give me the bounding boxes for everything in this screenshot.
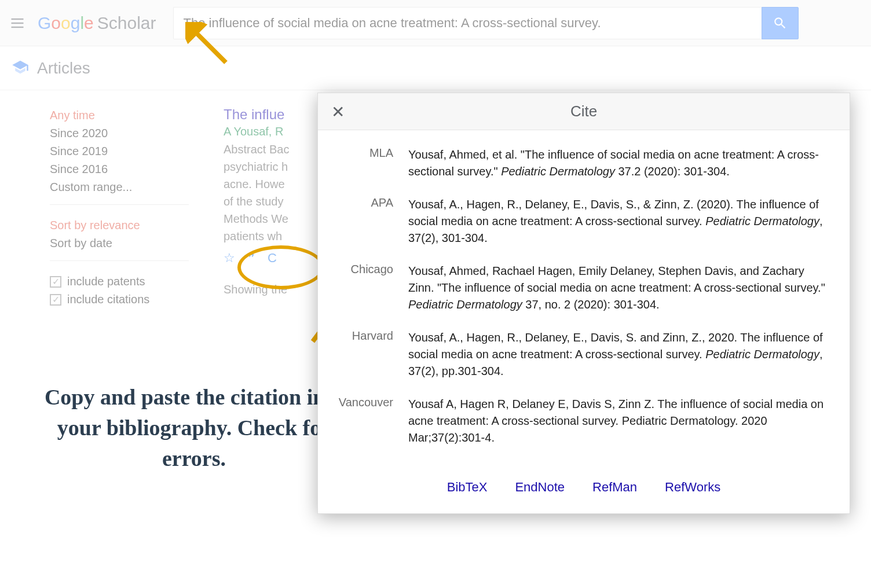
annotation-arrow-icon [185,22,232,68]
sidebar: Any time Since 2020 Since 2019 Since 201… [50,106,189,328]
cite-label-vancouver: Vancouver [335,396,393,446]
cite-row-vancouver: Vancouver Yousaf A, Hagen R, Delaney E, … [335,396,832,446]
close-icon: ✕ [331,102,345,122]
scholar-label: Scholar [97,13,156,33]
cite-label-mla: MLA [335,146,393,180]
checkbox-checked-icon: ✓ [50,294,61,306]
cite-label-apa: APA [335,196,393,247]
close-button[interactable]: ✕ [327,101,348,122]
cite-text-harvard[interactable]: Yousaf, A., Hagen, R., Delaney, E., Davi… [408,329,832,380]
articles-label: Articles [37,59,90,78]
cite-row-apa: APA Yousaf, A., Hagen, R., Delaney, E., … [335,196,832,247]
result-title-link[interactable]: The influe [224,106,284,122]
google-scholar-logo[interactable]: Google Scholar [38,13,156,33]
filter-since-2019[interactable]: Since 2019 [50,142,189,160]
svg-line-3 [191,28,226,63]
annotation-text: Copy and paste the citation into your bi… [35,382,353,475]
save-star-icon[interactable]: ☆ [224,251,235,266]
cite-label-harvard: Harvard [335,329,393,380]
cite-row-mla: MLA Yousaf, Ahmed, et al. "The influence… [335,146,832,180]
include-patents-label: include patents [67,275,145,288]
sort-date[interactable]: Sort by date [50,234,189,252]
cite-modal: ✕ Cite MLA Yousaf, Ahmed, et al. "The in… [317,93,850,514]
export-endnote-link[interactable]: EndNote [515,480,565,495]
header-bar: Google Scholar [0,0,871,46]
cite-modal-body: MLA Yousaf, Ahmed, et al. "The influence… [318,130,850,469]
sub-bar: Articles [0,46,871,90]
search-icon [773,16,788,31]
search-input[interactable] [173,7,762,39]
include-citations-label: include citations [67,293,149,306]
menu-icon[interactable] [6,12,29,35]
filter-any-time[interactable]: Any time [50,106,189,124]
checkbox-checked-icon: ✓ [50,276,61,288]
filter-custom-range[interactable]: Custom range... [50,178,189,196]
filter-since-2016[interactable]: Since 2016 [50,160,189,178]
search-bar [173,7,799,39]
cite-modal-header: ✕ Cite [318,93,850,130]
cite-modal-footer: BibTeX EndNote RefMan RefWorks [318,469,850,513]
filter-since-2020[interactable]: Since 2020 [50,124,189,142]
search-button[interactable] [762,7,799,39]
export-bibtex-link[interactable]: BibTeX [447,480,488,495]
cite-label-chicago: Chicago [335,263,393,313]
export-refman-link[interactable]: RefMan [592,480,637,495]
include-citations-row[interactable]: ✓ include citations [50,291,189,308]
cite-row-chicago: Chicago Yousaf, Ahmed, Rachael Hagen, Em… [335,263,832,313]
cite-text-mla[interactable]: Yousaf, Ahmed, et al. "The influence of … [408,146,832,180]
cite-modal-title: Cite [318,102,850,120]
export-refworks-link[interactable]: RefWorks [665,480,720,495]
cite-text-vancouver[interactable]: Yousaf A, Hagen R, Delaney E, Davis S, Z… [408,396,832,446]
cite-text-apa[interactable]: Yousaf, A., Hagen, R., Delaney, E., Davi… [408,196,832,247]
sort-relevance[interactable]: Sort by relevance [50,216,189,234]
include-patents-row[interactable]: ✓ include patents [50,273,189,291]
cite-text-chicago[interactable]: Yousaf, Ahmed, Rachael Hagen, Emily Dela… [408,263,832,313]
cite-row-harvard: Harvard Yousaf, A., Hagen, R., Delaney, … [335,329,832,380]
scholar-hat-icon [12,58,29,78]
